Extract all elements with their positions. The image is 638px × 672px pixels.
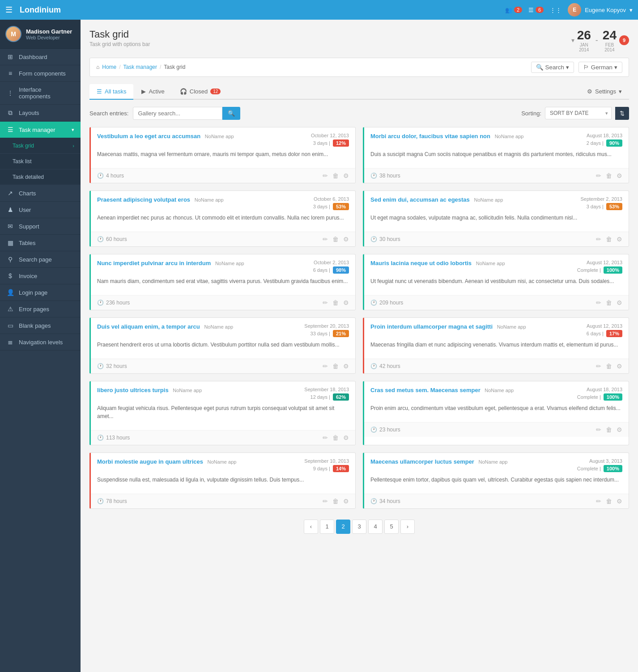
sidebar-item-support[interactable]: ✉ Support xyxy=(0,218,81,235)
delete-icon[interactable]: 🗑 xyxy=(606,498,612,505)
edit-icon[interactable]: ✏ xyxy=(596,498,601,505)
delete-icon[interactable]: 🗑 xyxy=(606,172,612,179)
task-title[interactable]: Morbi molestie augue in quam ultrices xyxy=(97,458,203,465)
task-title[interactable]: Cras sed metus sem. Maecenas semper xyxy=(370,387,481,393)
task-title[interactable]: Maecenas ullamcorper luctus semper xyxy=(370,458,474,465)
sidebar-item-error-pages[interactable]: ⚠ Error pages xyxy=(0,301,81,317)
settings-icon[interactable]: ⚙ xyxy=(343,299,349,306)
sidebar-item-navigation-levels[interactable]: ≣ Navigation levels xyxy=(0,334,81,351)
edit-icon[interactable]: ✏ xyxy=(596,363,601,370)
settings-icon[interactable]: ⚙ xyxy=(617,236,622,243)
task-days-label: 6 days | xyxy=(313,267,330,273)
page-btn-2[interactable]: 2 xyxy=(336,520,350,534)
flag-icon: 🏳 xyxy=(583,64,589,71)
user-menu[interactable]: E Eugene Kopyov ▾ xyxy=(568,3,633,17)
sidebar-item-invoice[interactable]: $ Invoice xyxy=(0,268,81,284)
settings-icon[interactable]: ⚙ xyxy=(617,426,622,433)
settings-icon[interactable]: ⚙ xyxy=(343,498,349,505)
grid-icon[interactable]: ⋮⋮ xyxy=(550,7,561,13)
hamburger-icon[interactable]: ☰ xyxy=(5,5,13,15)
delete-icon[interactable]: 🗑 xyxy=(606,363,612,370)
task-title[interactable]: Praesent adipiscing volutpat eros xyxy=(97,196,190,203)
edit-icon[interactable]: ✏ xyxy=(596,426,601,433)
task-title[interactable]: libero justo ultrices turpis xyxy=(97,387,169,393)
prev-page-button[interactable]: ‹ xyxy=(304,520,318,534)
settings-icon[interactable]: ⚙ xyxy=(343,236,349,243)
edit-icon[interactable]: ✏ xyxy=(596,172,601,179)
page-btn-4[interactable]: 4 xyxy=(368,520,383,534)
sidebar-item-form-components[interactable]: ≡ Form components xyxy=(0,65,81,82)
delete-icon[interactable]: 🗑 xyxy=(606,426,612,433)
task-title[interactable]: Mauris lacinia neque ut odio lobortis xyxy=(370,260,472,266)
sidebar-item-task-manager[interactable]: ☰ Task manager ▾ xyxy=(0,122,81,138)
page-btn-1[interactable]: 1 xyxy=(320,520,334,534)
task-days: 3 days | 12% xyxy=(311,139,349,147)
search-submit-button[interactable]: 🔍 xyxy=(222,107,240,120)
task-title[interactable]: Nunc imperdiet pulvinar arcu in interdum xyxy=(97,260,211,266)
language-button[interactable]: 🏳 German ▾ xyxy=(578,62,622,73)
sidebar-item-user[interactable]: ♟ User xyxy=(0,202,81,218)
task-title[interactable]: Morbi arcu dolor, faucibus vitae sapien … xyxy=(370,133,490,139)
search-input[interactable] xyxy=(133,107,222,120)
task-title[interactable]: Duis vel aliquam enim, a tempor arcu xyxy=(97,323,200,330)
sidebar-subitem-task-detailed[interactable]: Task detailed xyxy=(0,169,81,185)
settings-icon[interactable]: ⚙ xyxy=(617,498,622,505)
delete-icon[interactable]: 🗑 xyxy=(332,498,339,505)
task-app: NoName app xyxy=(173,388,202,393)
delete-icon[interactable]: 🗑 xyxy=(332,434,339,441)
sidebar-subitem-task-grid[interactable]: Task grid › xyxy=(0,138,81,154)
breadcrumb-task-manager[interactable]: Task manager xyxy=(123,64,157,70)
edit-icon[interactable]: ✏ xyxy=(323,299,328,306)
edit-icon[interactable]: ✏ xyxy=(596,236,601,243)
sidebar-item-charts[interactable]: ↗ Charts xyxy=(0,185,81,202)
list-badge[interactable]: ☰ 6 xyxy=(528,7,544,13)
users-badge[interactable]: 👥 2 xyxy=(505,7,522,13)
task-hours: 32 hours xyxy=(106,363,127,369)
delete-icon[interactable]: 🗑 xyxy=(332,172,339,179)
sidebar-item-search-page[interactable]: ⚲ Search page xyxy=(0,251,81,268)
task-card: Nunc imperdiet pulvinar arcu in interdum… xyxy=(89,254,356,310)
delete-icon[interactable]: 🗑 xyxy=(606,299,612,306)
edit-icon[interactable]: ✏ xyxy=(323,236,328,243)
search-button[interactable]: 🔍 Search ▾ xyxy=(531,62,574,73)
delete-icon[interactable]: 🗑 xyxy=(332,363,339,370)
settings-icon[interactable]: ⚙ xyxy=(343,434,349,441)
tab-active[interactable]: ▶ Active xyxy=(134,84,171,100)
task-card: Praesent adipiscing volutpat eros NoName… xyxy=(89,190,356,247)
settings-icon[interactable]: ⚙ xyxy=(617,299,622,306)
page-btn-3[interactable]: 3 xyxy=(352,520,366,534)
task-title[interactable]: Vestibulum a leo eget arcu accumsan xyxy=(97,133,200,139)
sidebar-subitem-task-list[interactable]: Task list xyxy=(0,154,81,169)
sort-select-wrap: SORT BY DATE SORT BY NAME SORT BY PRIORI… xyxy=(545,107,612,119)
sidebar-item-blank-pages[interactable]: ▭ Blank pages xyxy=(0,317,81,334)
edit-icon[interactable]: ✏ xyxy=(323,172,328,179)
tab-closed[interactable]: 🎧 Closed 12 xyxy=(173,84,228,100)
task-title[interactable]: Sed enim dui, accumsan ac egestas xyxy=(370,196,470,203)
delete-icon[interactable]: 🗑 xyxy=(606,236,612,243)
breadcrumb-home[interactable]: Home xyxy=(102,64,116,70)
sidebar-item-interface-components[interactable]: ⋮ Interface components xyxy=(0,82,81,105)
task-progress-badge: 62% xyxy=(333,393,349,401)
edit-icon[interactable]: ✏ xyxy=(323,434,328,441)
next-page-button[interactable]: › xyxy=(400,520,415,534)
page-btn-5[interactable]: 5 xyxy=(384,520,399,534)
sidebar-item-label: Dashboard xyxy=(19,54,47,60)
edit-icon[interactable]: ✏ xyxy=(323,498,328,505)
edit-icon[interactable]: ✏ xyxy=(596,299,601,306)
delete-icon[interactable]: 🗑 xyxy=(332,299,339,306)
settings-icon[interactable]: ⚙ xyxy=(343,172,349,179)
sidebar-item-dashboard[interactable]: ⊞ Dashboard xyxy=(0,49,81,65)
delete-icon[interactable]: 🗑 xyxy=(332,236,339,243)
sidebar-item-tables[interactable]: ▦ Tables xyxy=(0,235,81,251)
settings-icon[interactable]: ⚙ xyxy=(617,172,622,179)
sidebar-item-login-page[interactable]: 👤 Login page xyxy=(0,284,81,301)
sidebar-item-layouts[interactable]: ⧉ Layouts xyxy=(0,105,81,122)
settings-icon[interactable]: ⚙ xyxy=(617,363,622,370)
settings-icon[interactable]: ⚙ xyxy=(343,363,349,370)
task-title[interactable]: Proin interdum ullamcorper magna et sagi… xyxy=(370,323,493,330)
tab-settings[interactable]: ⚙ Settings ▾ xyxy=(580,84,629,100)
sort-order-button[interactable]: ⇅ xyxy=(615,107,629,120)
sort-select[interactable]: SORT BY DATE SORT BY NAME SORT BY PRIORI… xyxy=(545,107,612,119)
tab-all-tasks[interactable]: ☰ All tasks xyxy=(89,84,133,100)
edit-icon[interactable]: ✏ xyxy=(323,363,328,370)
